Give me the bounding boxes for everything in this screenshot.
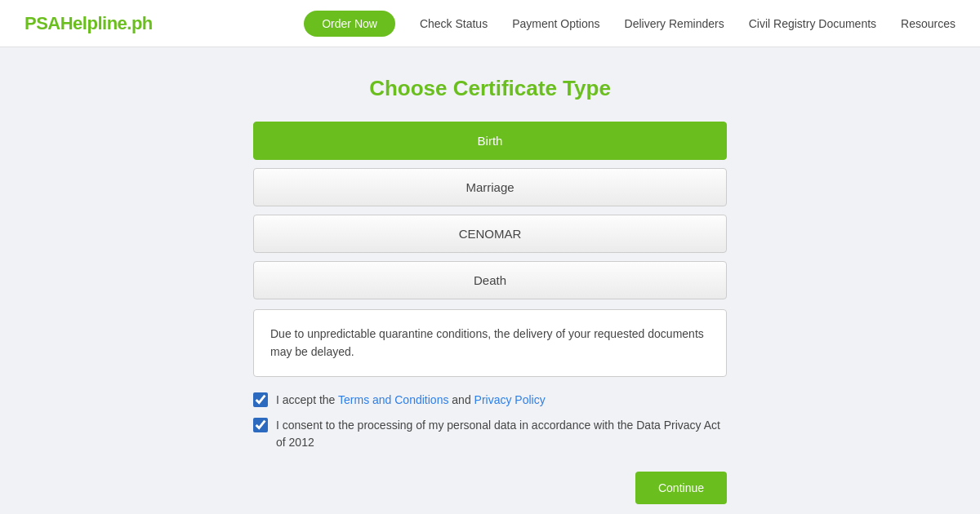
terms-label-mid: and xyxy=(448,393,474,406)
main-content: Choose Certificate Type Birth Marriage C… xyxy=(0,47,980,514)
terms-label-pre: I accept the xyxy=(276,393,338,406)
terms-conditions-link[interactable]: Terms and Conditions xyxy=(338,393,448,406)
navbar: PSAHelpline.ph Order Now Check Status Pa… xyxy=(0,0,980,47)
resources-link[interactable]: Resources xyxy=(901,17,956,30)
certificate-options: Birth Marriage CENOMAR Death xyxy=(253,122,727,299)
cert-birth-button[interactable]: Birth xyxy=(253,122,727,160)
continue-button[interactable]: Continue xyxy=(635,472,727,504)
delivery-reminders-link[interactable]: Delivery Reminders xyxy=(625,17,724,30)
privacy-policy-link[interactable]: Privacy Policy xyxy=(474,393,546,406)
terms-checkbox[interactable] xyxy=(253,392,268,407)
site-logo: PSAHelpline.ph xyxy=(24,13,153,34)
payment-options-link[interactable]: Payment Options xyxy=(512,17,599,30)
notice-box: Due to unpredictable quarantine conditio… xyxy=(253,309,727,377)
terms-label: I accept the Terms and Conditions and Pr… xyxy=(276,392,546,409)
terms-checkbox-row: I accept the Terms and Conditions and Pr… xyxy=(253,392,727,409)
nav-links: Order Now Check Status Payment Options D… xyxy=(304,11,956,37)
privacy-checkbox[interactable] xyxy=(253,418,268,432)
notice-text: Due to unpredictable quarantine conditio… xyxy=(270,325,710,361)
privacy-checkbox-row: I consent to the processing of my person… xyxy=(253,417,727,451)
order-now-button[interactable]: Order Now xyxy=(304,11,395,37)
continue-row: Continue xyxy=(253,472,727,504)
page-title: Choose Certificate Type xyxy=(369,76,611,101)
cert-cenomar-button[interactable]: CENOMAR xyxy=(253,215,727,253)
civil-registry-link[interactable]: Civil Registry Documents xyxy=(749,17,876,30)
cert-marriage-button[interactable]: Marriage xyxy=(253,168,727,206)
privacy-label: I consent to the processing of my person… xyxy=(276,417,727,451)
cert-death-button[interactable]: Death xyxy=(253,261,727,299)
check-status-link[interactable]: Check Status xyxy=(420,17,488,30)
checkboxes-section: I accept the Terms and Conditions and Pr… xyxy=(253,392,727,451)
